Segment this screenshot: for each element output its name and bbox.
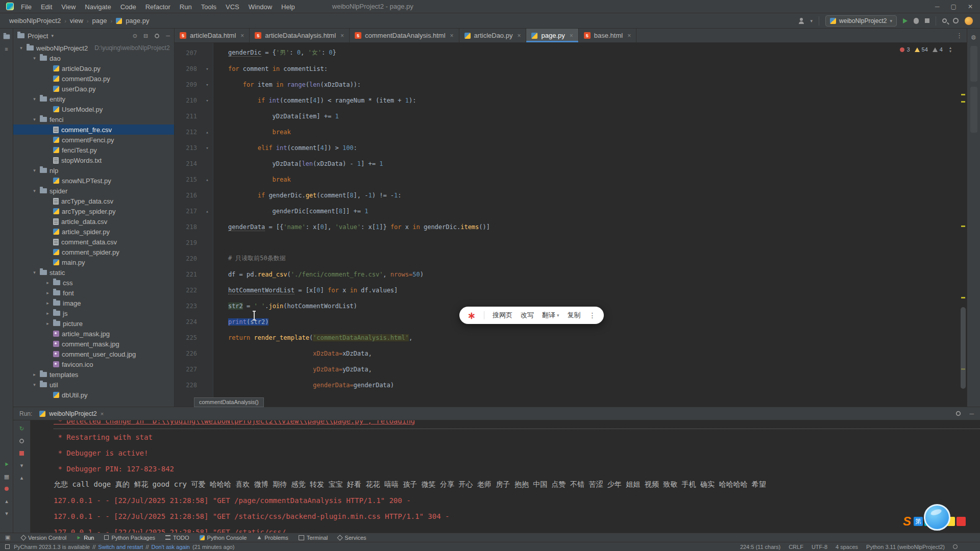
- menu-code[interactable]: Code: [120, 3, 136, 11]
- status-item[interactable]: Python 3.11 (weiboNlpProject2): [866, 544, 945, 550]
- tree-item-entity[interactable]: ▾entity: [13, 94, 174, 104]
- tree-chevron-icon[interactable]: ▾: [32, 382, 37, 387]
- fold-marker-icon[interactable]: ▴: [201, 130, 213, 135]
- tree-chevron-icon[interactable]: ▸: [45, 311, 51, 316]
- tree-chevron-icon[interactable]: ▾: [32, 168, 37, 173]
- inspection-warning[interactable]: 54: [915, 46, 928, 53]
- tree-item-article_spider.py[interactable]: article_spider.py: [13, 227, 174, 237]
- tree-item-UserModel.py[interactable]: UserModel.py: [13, 104, 174, 114]
- tree-item-arcType_spider.py[interactable]: arcType_spider.py: [13, 206, 174, 216]
- tab-articleData.html[interactable]: 5articleData.html×: [175, 29, 250, 42]
- structure-tool-icon[interactable]: ≡: [3, 45, 11, 53]
- tree-item-spider[interactable]: ▾spider: [13, 186, 174, 196]
- tab-close-icon[interactable]: ×: [517, 32, 521, 39]
- status-item[interactable]: UTF-8: [812, 544, 827, 550]
- tree-chevron-icon[interactable]: ▾: [32, 270, 37, 275]
- tree-item-articleDao.py[interactable]: articleDao.py: [13, 63, 174, 73]
- tree-chevron-icon[interactable]: ▾: [32, 96, 37, 102]
- tree-item-dbUtil.py[interactable]: dbUtil.py: [13, 390, 174, 400]
- run-button[interactable]: [903, 18, 908, 23]
- tab-commentDataAnalysis.html[interactable]: 5commentDataAnalysis.html×: [350, 29, 459, 42]
- code-line-214[interactable]: 214 yDzData[len(xDzData) - 1] += 1: [175, 156, 960, 171]
- tree-item-main.py[interactable]: main.py: [13, 257, 174, 267]
- minimize-button[interactable]: ─: [935, 3, 940, 10]
- tree-item-comment_data.csv[interactable]: comment_data.csv: [13, 237, 174, 247]
- run-options-icon[interactable]: [18, 437, 26, 445]
- settings-gear-icon[interactable]: [953, 18, 959, 23]
- status-item[interactable]: 4 spaces: [836, 544, 858, 550]
- fold-marker-icon[interactable]: ▴: [201, 209, 213, 214]
- tool-windows-icon[interactable]: ▣: [4, 534, 11, 542]
- code-line-228[interactable]: 228 genderData=genderData): [175, 377, 960, 393]
- tree-chevron-icon[interactable]: ▸: [45, 321, 51, 326]
- tree-chevron-icon[interactable]: ▾: [32, 56, 37, 61]
- tool-window-button-todo[interactable]: TODO: [165, 535, 189, 541]
- code-line-208[interactable]: 208▾ for comment in commentList:: [175, 61, 960, 77]
- code-line-210[interactable]: 210▾ if int(comment[4]) < rangeNum * (it…: [175, 92, 960, 108]
- code-line-222[interactable]: 222 hotCommentWordList = [x[0] for x in …: [175, 282, 960, 298]
- tree-chevron-icon[interactable]: ▸: [32, 372, 37, 377]
- more-options-icon[interactable]: ⋮: [589, 311, 596, 319]
- code-line-213[interactable]: 213▾ elif int(comment[4]) > 100:: [175, 140, 960, 156]
- code-line-215[interactable]: 215▴ break: [175, 171, 960, 187]
- fold-marker-icon[interactable]: ▾: [201, 145, 213, 151]
- tab-close-icon[interactable]: ×: [450, 32, 454, 39]
- close-icon[interactable]: ×: [101, 411, 104, 417]
- inspection-weak[interactable]: 4: [933, 46, 943, 53]
- rerun-icon[interactable]: ↻: [18, 424, 26, 433]
- ai-action-翻译[interactable]: 翻译▾: [542, 311, 559, 320]
- ai-action-搜网页[interactable]: 搜网页: [493, 311, 512, 320]
- tree-item-js[interactable]: ▸js: [13, 308, 174, 318]
- fold-marker-icon[interactable]: ▾: [201, 66, 213, 71]
- run-tool-icon[interactable]: [3, 460, 11, 468]
- scroll-up-icon[interactable]: ▴: [18, 473, 26, 482]
- tree-item-image[interactable]: ▸image: [13, 298, 174, 308]
- code-line-227[interactable]: 227 yDzData=yDzData,: [175, 361, 960, 377]
- tree-item-commentFenci.py[interactable]: commentFenci.py: [13, 135, 174, 145]
- fold-marker-icon[interactable]: ▴: [201, 177, 213, 182]
- collapse-all-icon[interactable]: ⊟: [143, 33, 148, 39]
- grid-tool-icon[interactable]: ▦: [3, 472, 11, 481]
- tree-chevron-icon[interactable]: ▸: [45, 290, 51, 295]
- status-item[interactable]: CRLF: [789, 544, 803, 550]
- menu-run[interactable]: Run: [180, 3, 192, 11]
- tab-articleDataAnalysis.html[interactable]: 5articleDataAnalysis.html×: [250, 29, 350, 42]
- code-line-211[interactable]: 211 yDzData[item] += 1: [175, 108, 960, 124]
- tree-item-static[interactable]: ▾static: [13, 267, 174, 278]
- tree-chevron-icon[interactable]: ▾: [32, 117, 37, 122]
- tool-window-button-run[interactable]: Run: [77, 535, 94, 541]
- switch-restart-link[interactable]: Switch and restart: [98, 544, 143, 550]
- tree-item-comment_user_cloud.jpg[interactable]: comment_user_cloud.jpg: [13, 349, 174, 359]
- run-config-selector[interactable]: weiboNlpProject2 ▾: [825, 15, 897, 27]
- tab-close-icon[interactable]: ×: [570, 32, 573, 39]
- stop-button[interactable]: [925, 18, 929, 23]
- tab-close-icon[interactable]: ×: [627, 32, 631, 39]
- tree-item-css[interactable]: ▸css: [13, 278, 174, 288]
- tree-item-article_mask.jpg[interactable]: article_mask.jpg: [13, 329, 174, 339]
- menu-view[interactable]: View: [61, 3, 76, 11]
- tree-item-favicon.ico[interactable]: favicon.ico: [13, 359, 174, 369]
- user-icon[interactable]: [798, 18, 804, 24]
- tree-item-snowNLPTest.py[interactable]: snowNLPTest.py: [13, 176, 174, 186]
- tool-window-button-problems[interactable]: Problems: [257, 535, 288, 541]
- code-line-221[interactable]: 221 df = pd.read_csv('./fenci/comment_fr…: [175, 266, 960, 282]
- notifications-icon[interactable]: ◍: [970, 33, 978, 41]
- tab-close-icon[interactable]: ×: [240, 32, 244, 39]
- menu-help[interactable]: Help: [281, 3, 295, 11]
- tree-chevron-icon[interactable]: ▾: [18, 45, 24, 51]
- code-line-209[interactable]: 209▾ for item in range(len(xDzData)):: [175, 77, 960, 92]
- tree-item-article_data.csv[interactable]: article_data.csv: [13, 216, 174, 227]
- avatar[interactable]: [965, 17, 973, 25]
- breadcrumb-item[interactable]: weiboNlpProject2: [9, 17, 61, 24]
- tree-item-dao[interactable]: ▾dao: [13, 53, 174, 63]
- tabs-more-icon[interactable]: ⋮: [956, 32, 963, 39]
- tool-window-button-services[interactable]: Services: [338, 535, 366, 541]
- project-panel-title[interactable]: Project: [28, 32, 48, 40]
- tree-item-util[interactable]: ▾util: [13, 380, 174, 390]
- menu-window[interactable]: Window: [249, 3, 272, 11]
- locate-file-icon[interactable]: ⊙: [133, 33, 137, 39]
- tree-item-picture[interactable]: ▸picture: [13, 318, 174, 329]
- code-line-219[interactable]: 219: [175, 235, 960, 251]
- fold-marker-icon[interactable]: ▾: [201, 82, 213, 87]
- hide-run-panel-icon[interactable]: ─: [969, 410, 974, 417]
